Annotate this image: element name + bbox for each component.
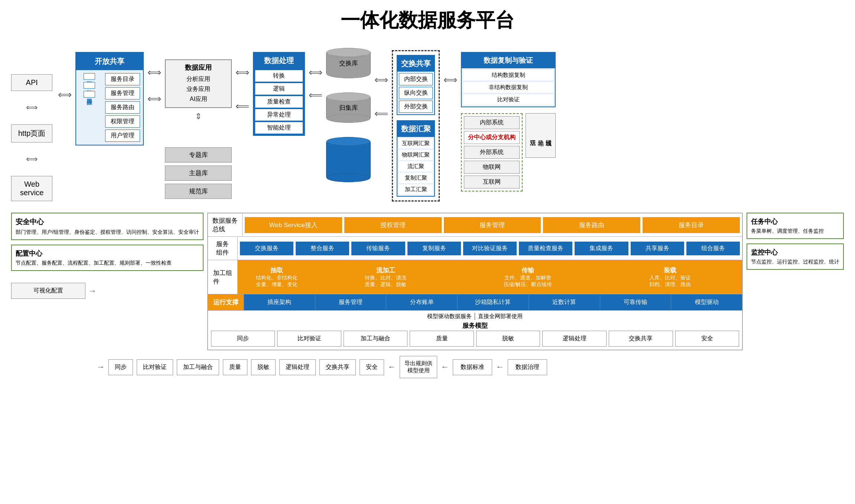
bm-data-standard: 数据标准	[453, 359, 492, 375]
service-management: 服务管理	[105, 87, 140, 99]
processing-components-row: 加工组 件 抽取 结构化、非结构化全量、增量、变化 流加工 转换、比对、清洗质量…	[208, 260, 742, 294]
bottom-right: 任务中心 务菜单树、调度管理、任务监控 监控中心 节点监控、运行监控、过程监控、…	[747, 213, 844, 350]
proc-load-title: 装载	[664, 266, 676, 275]
security-center-box: 安全中心 部门管理、用户/组管理、身份鉴定、授权管理、访问控制、安全算法、安全审…	[11, 213, 204, 240]
left-inputs: API ⟺ http页面 ⟺ Web service	[11, 74, 52, 201]
data-app-title: 数据应用	[169, 63, 228, 72]
svc-integrate: 整合服务	[296, 242, 349, 255]
service-model-items: 同步 比对验证 加工与融合 质量 脱敏 逻辑处理 交换共享 安全	[208, 331, 742, 350]
proc-quality: 质量检查	[255, 96, 303, 108]
svc-transfer: 传输服务	[351, 242, 405, 255]
http-input: http页面	[11, 124, 52, 143]
exchange-agg-block: 交换共享 内部交换 纵向交换 外部交换 数据汇聚 互联网汇聚 物联网汇聚 流汇聚…	[392, 50, 440, 202]
app-analysis: 分析应用	[169, 74, 228, 84]
rt-svc-mgmt: 服务管理	[315, 295, 386, 310]
bottom-model-row: → 同步 比对验证 加工与融合 质量 脱敏 逻辑处理 交换共享 安全 ← 导出规…	[7, 352, 848, 382]
exchange-share-title: 交换共享	[397, 56, 434, 72]
agg-processing: 加工汇聚	[399, 184, 433, 194]
lib-theme: 主题库	[165, 166, 232, 181]
monitor-center-box: 监控中心 节点监控、运行监控、过程监控、统计	[747, 243, 844, 270]
databases-block: 交换库 归集库	[326, 52, 371, 178]
svc-replica: 复制服务	[407, 242, 461, 255]
proc-load-desc: 入库、比对、验证归档、清理、路由	[649, 275, 691, 288]
bm-compare: 比对验证	[137, 359, 173, 375]
proc-smart: 智能处理	[255, 122, 303, 134]
rt-sandbox: 沙箱隐私计算	[457, 295, 529, 310]
open-share-block: 开放共享 数据访问 访问控制 服务接口 服务目录 服务管理 服务路由 权限管理 …	[75, 52, 144, 145]
repl-unstruct: 非结构数据复制	[463, 82, 553, 93]
data-replication-area: 数据复制与验证 结构数据复制 非结构数据复制 比对验证 内部系统 分中心或分支机…	[461, 52, 556, 192]
service-catalog: 服务目录	[105, 73, 140, 85]
sm-desensitize: 脱敏	[476, 331, 540, 347]
exchange-db-cylinder: 交换库	[326, 52, 371, 74]
proc-extract-title: 抽取	[270, 266, 283, 275]
open-share-left-col: 数据访问 访问控制 服务接口	[76, 70, 102, 145]
proc-extract-desc: 结构化、非结构化全量、增量、变化	[256, 275, 298, 288]
service-components-row: 服务 组件 交换服务 整合服务 传输服务 复制服务 对比验证服务 质量检查服务 …	[208, 237, 742, 260]
sys-external: 外部系统	[464, 146, 520, 159]
data-app-block: 数据应用 分析应用 业务应用 AI应用	[165, 59, 232, 108]
agg-iot: 物联网汇聚	[399, 150, 433, 160]
processing-items: 抽取 结构化、非结构化全量、增量、变化 流加工 转换、比对、清洗质量、逻辑、脱敏…	[238, 260, 742, 294]
bm-export-note: 导出规则供 模型使用	[400, 356, 437, 378]
bm-logic: 逻辑处理	[279, 359, 316, 375]
security-center-title: 安全中心	[16, 217, 199, 227]
permission-management: 权限管理	[105, 115, 140, 128]
vis-config-box: 可视化配置	[11, 283, 85, 299]
proc-transfer-desc: 文件、通道、加解密压缩/解压、断点续传	[504, 275, 552, 288]
bus-items-row: Web Service接入 授权管理 服务管理 服务路由 服务目录	[243, 213, 742, 236]
model-note2: 直接全网部署使用	[478, 313, 523, 320]
service-routing: 服务路由	[105, 101, 140, 114]
bm-arrow-left: ←	[388, 362, 396, 372]
task-center-box: 任务中心 务菜单树、调度管理、任务监控	[747, 213, 844, 239]
service-components-label: 服务 组件	[208, 237, 238, 260]
monitor-center-title: 监控中心	[751, 248, 839, 257]
rt-socket: 插座架构	[244, 295, 315, 310]
rt-ledger: 分布账单	[386, 295, 457, 310]
sys-internet: 互联网	[464, 176, 520, 189]
bm-sync: 同步	[108, 359, 133, 375]
proc-exception: 异常处理	[255, 109, 303, 121]
bm-exchange: 交换共享	[319, 359, 356, 375]
replication-title: 数据复制与验证	[462, 53, 555, 68]
bm-security: 安全	[360, 359, 384, 375]
webservice-input: Web service	[11, 176, 52, 201]
model-note-row: 模型驱动数据服务 直接全网部署使用 服务模型	[208, 311, 742, 331]
data-agg-block: 数据汇聚 互联网汇聚 物联网汇聚 流汇聚 复制汇聚 加工汇聚	[397, 120, 435, 197]
replication-block: 数据复制与验证 结构数据复制 非结构数据复制 比对验证	[461, 52, 556, 107]
agg-stream: 流汇聚	[399, 161, 433, 171]
bm-arrow-left2: ←	[441, 362, 449, 372]
exchange-db-container: 交换库	[326, 52, 371, 74]
open-share-title: 开放共享	[76, 53, 143, 70]
sys-iot: 物联网	[464, 161, 520, 174]
left-service-interface: 服务接口	[84, 91, 95, 98]
bus-label: 数据服务 总线	[208, 213, 243, 236]
exchange-share-block: 交换共享 内部交换 纵向交换 外部交换	[397, 55, 435, 115]
agg-db-container: 归集库	[326, 96, 371, 119]
exchange-vertical: 纵向交换	[399, 87, 433, 99]
exchange-db-label: 交换库	[339, 59, 358, 68]
bus-row: 数据服务 总线 Web Service接入 授权管理 服务管理 服务路由 服务目…	[208, 213, 742, 237]
svc-exchange: 交换服务	[240, 242, 293, 255]
sm-process: 加工与融合	[344, 331, 408, 347]
sm-quality: 质量	[410, 331, 474, 347]
bus-auth: 授权管理	[344, 217, 442, 233]
bus-service-mgmt: 服务管理	[444, 217, 541, 233]
svc-share: 共享服务	[631, 242, 684, 255]
data-processing-block: 数据处理 转换 逻辑 质量检查 异常处理 智能处理	[253, 52, 305, 136]
sm-exchange: 交换共享	[609, 331, 673, 347]
data-proc-title: 数据处理	[254, 53, 304, 69]
app-ai: AI应用	[169, 94, 228, 104]
svc-quality: 质量检查服务	[519, 242, 572, 255]
data-agg-title: 数据汇聚	[397, 121, 434, 137]
config-center-title: 配置中心	[16, 249, 199, 258]
security-center-desc: 部门管理、用户/组管理、身份鉴定、授权管理、访问控制、安全算法、安全审计	[16, 229, 199, 236]
bus-service-route: 服务路由	[543, 217, 640, 233]
lib-standard: 规范库	[165, 184, 232, 199]
repl-verify: 比对验证	[463, 94, 553, 105]
bottom-arrow-left: →	[97, 362, 105, 372]
sm-compare: 比对验证	[277, 331, 341, 347]
agg-replica: 复制汇聚	[399, 173, 433, 183]
model-note1: 模型驱动数据服务	[427, 313, 475, 320]
user-management: 用户管理	[105, 130, 140, 142]
